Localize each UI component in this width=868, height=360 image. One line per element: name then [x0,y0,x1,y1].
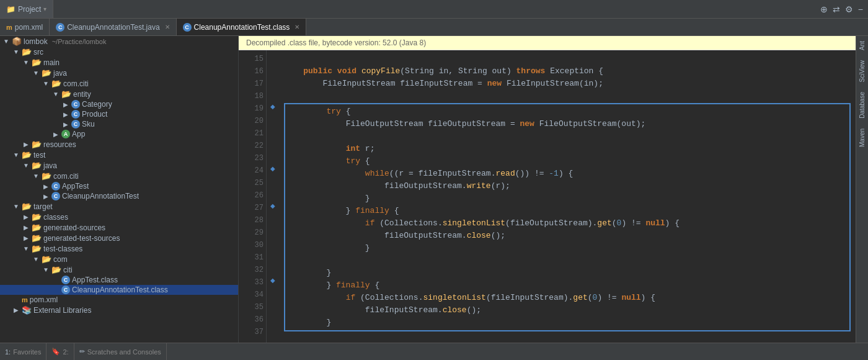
right-tab-sciview[interactable]: SciView [857,55,867,87]
sidebar-item-cleanup-test[interactable]: C CleanupAnnotationTest [0,191,238,201]
sidebar-item-cleanup-class[interactable]: C CleanupAnnotationTest.class [0,285,238,295]
info-text: Decompiled .class file, bytecode version… [246,38,426,47]
label-resources: resources [43,140,76,149]
right-tab-database[interactable]: Database [857,87,867,124]
arrow-entity [52,91,60,97]
sidebar-item-pom[interactable]: m pom.xml [0,295,238,305]
sidebar-item-citi[interactable]: 📂 citi [0,264,238,275]
sidebar-item-classes[interactable]: 📂 classes [0,212,238,222]
label-test-classes: test-classes [43,245,82,253]
right-tab-maven[interactable]: Maven [857,124,867,152]
sidebar-item-apptest-class[interactable]: C AppTest.class [0,275,238,285]
arrow-product [62,111,69,118]
bottom-section-2[interactable]: 🔖 2: [46,343,74,360]
editor-area: Decompiled .class file, bytecode version… [239,36,856,343]
sidebar-item-java-test[interactable]: 📂 java [0,160,238,171]
sidebar-item-entity[interactable]: 📂 entity [0,89,238,99]
sidebar-item-product[interactable]: C Product [0,109,238,119]
tab-cleanup-class[interactable]: C CleanupAnnotationTest.class ✕ [177,19,307,35]
code-line-35: fileInputStream.close(); [288,304,847,317]
bottom-bar: 1: Favorites 🔖 2: ✏ Scratches and Consol… [0,343,868,360]
target-folder-icon: 📂 [22,202,32,211]
sidebar-item-apptest[interactable]: C AppTest [0,181,238,191]
ln-35: 35 [239,301,264,313]
category-class-icon: C [71,100,80,109]
sidebar-item-generated-sources[interactable]: 📂 generated-sources [0,222,238,233]
sidebar-item-test-classes[interactable]: 📂 test-classes [0,243,238,254]
bottom-label-2: 2: [63,348,68,356]
arrow-app [52,131,60,138]
tab-cleanup-java[interactable]: C CleanupAnnotationTest.java ✕ [50,19,176,35]
sidebar-item-com-citi-test[interactable]: 📂 com.citi [0,171,238,181]
sidebar-item-java[interactable]: 📂 java [0,68,238,78]
libs-icon: 📚 [22,305,32,315]
main-folder-icon: 📂 [32,58,42,67]
folder-icon: 📁 [6,5,16,14]
project-label: Project [18,5,41,14]
sidebar-item-category[interactable]: C Category [0,99,238,109]
code-line-15 [284,53,851,65]
ln-33: 33 [239,276,264,289]
ln-22: 22 [239,140,264,152]
apptest-class-icon: C [51,182,60,191]
code-editor[interactable]: public void copyFile(String in, String o… [279,50,856,343]
arrow-citi [42,266,50,273]
java-folder-icon: 📂 [42,68,51,78]
tab-cleanup-java-close[interactable]: ✕ [165,24,170,30]
ln-28: 28 [239,214,264,227]
bottom-section-scratches[interactable]: ✏ Scratches and Consoles [74,343,167,360]
sidebar-item-lombok[interactable]: 📦 lombok ~/Practice/lombok [0,36,238,47]
label-java: java [53,69,67,78]
arrows-icon[interactable]: ⇄ [833,4,840,14]
minimize-icon[interactable]: − [858,4,863,14]
sidebar-item-src[interactable]: 📂 src [0,47,238,57]
settings-icon[interactable]: ⚙ [845,4,853,14]
right-tab-ant[interactable]: Ant [857,36,867,55]
code-line-17: FileInputStream fileInputStream = new Fi… [284,78,851,90]
pom-icon: m [6,24,12,31]
label-citi: citi [63,266,73,274]
label-lombok-path: ~/Practice/lombok [52,38,107,45]
code-line-31 [288,254,847,267]
globe-icon[interactable]: ⊕ [820,4,828,14]
ln-19: 19 [239,102,264,115]
arrow-cleanup-test [42,193,50,200]
sidebar-item-com-citi[interactable]: 📂 com.citi [0,78,238,89]
sidebar-item-test[interactable]: 📂 test [0,150,238,160]
code-line-20: FileOutputStream fileOutputStream = new … [288,118,847,130]
ln-18: 18 [239,90,264,102]
arrow-lombok [2,38,10,45]
label-entity: entity [73,90,91,99]
sidebar-item-resources[interactable]: 📂 resources [0,139,238,150]
ln-23: 23 [239,152,264,164]
tab-pom[interactable]: m pom.xml [0,19,50,35]
sidebar-item-external-libs[interactable]: 📚 External Libraries [0,305,238,315]
number-icon: 1: [5,348,11,356]
sidebar-item-main[interactable]: 📂 main [0,57,238,68]
module-icon: 📦 [12,37,22,46]
dropdown-icon[interactable]: ▾ [43,6,46,12]
tab-cleanup-class-close[interactable]: ✕ [294,24,299,30]
arrow-test-classes [22,245,30,252]
label-target: target [33,202,53,211]
scratches-label: Scratches and Consoles [87,348,161,356]
sidebar-item-app[interactable]: A App [0,129,238,139]
sidebar-item-generated-test-sources[interactable]: 📂 generated-test-sources [0,233,238,243]
ln-25: 25 [239,177,264,189]
arrow-java [32,70,40,76]
line-numbers: 15 16 17 18 19 20 21 22 23 24 25 26 27 2… [239,50,267,343]
sidebar-item-sku[interactable]: C Sku [0,119,238,129]
project-title-bar[interactable]: 📁 Project ▾ [0,0,53,18]
code-line-34: if (Collections.singletonList(fileInputS… [288,292,847,304]
arrow-src [12,48,20,55]
sidebar-item-target[interactable]: 📂 target [0,201,238,212]
arrow-external-libs [12,307,20,313]
sidebar-item-com[interactable]: 📂 com [0,254,238,264]
generated-test-sources-icon: 📂 [32,233,42,243]
code-line-28: if (Collections.singletonList(fileOutput… [288,217,847,230]
favorites-label: Favorites [13,348,41,356]
gutter-mark-27: ◆ [270,202,275,209]
sku-class-icon: C [71,120,80,128]
bottom-section-1[interactable]: 1: Favorites [0,343,46,360]
pom-file-icon: m [22,296,28,304]
